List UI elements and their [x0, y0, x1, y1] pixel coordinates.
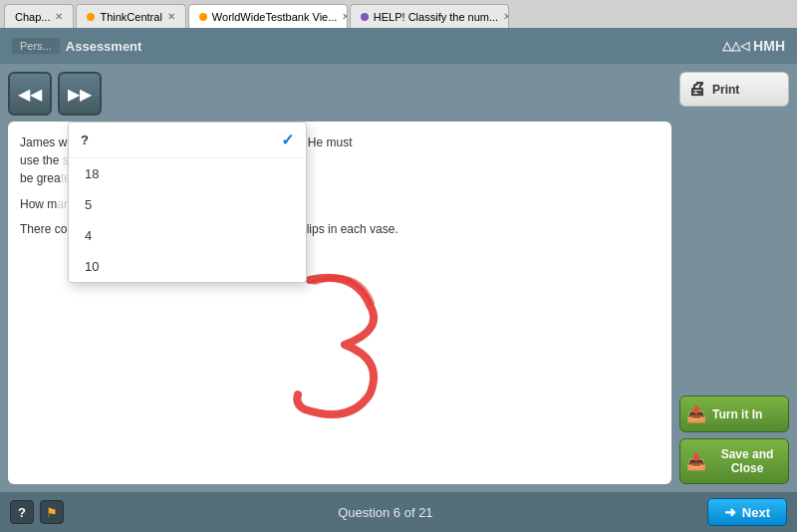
next-arrow-icon: ➜	[724, 504, 736, 520]
save-close-icon: 📥	[686, 452, 706, 471]
print-icon: 🖨	[688, 79, 706, 100]
how-many-label: How m	[20, 197, 57, 211]
hmh-text: HMH	[753, 38, 785, 54]
top-bar-left: Pers... Assessment	[12, 38, 714, 54]
tab-close-thinkcentral[interactable]: ✕	[167, 11, 175, 22]
top-bar: Pers... Assessment △△◁ HMH	[0, 28, 797, 64]
dropdown-item-18[interactable]: 18	[69, 158, 306, 189]
question-counter: Question 6 of 21	[70, 505, 701, 520]
persona-label: Pers...	[12, 38, 60, 54]
dropdown-item-4[interactable]: 4	[69, 220, 306, 251]
save-close-label: Save and Close	[712, 447, 782, 475]
dropdown-check: ✓	[281, 131, 294, 149]
question-text-part1: James w	[20, 135, 67, 149]
hmh-logo: △△◁ HMH	[722, 38, 785, 54]
tab-chap[interactable]: Chap... ✕	[4, 4, 74, 28]
flag-button[interactable]: ⚑	[40, 500, 64, 524]
flag-icon: ⚑	[46, 505, 58, 520]
tab-worldwidetestbank-label: WorldWideTestbank Vie...	[212, 11, 338, 23]
print-label: Print	[712, 83, 739, 97]
left-panel: ◀◀ ▶▶ ? ✓ 18 5 4 10 James wants to a	[8, 72, 671, 484]
dropdown-header: ? ✓	[69, 123, 306, 158]
tab-dot-help	[361, 13, 369, 21]
browser-tabs: Chap... ✕ ThinkCentral ✕ WorldWideTestba…	[0, 0, 797, 28]
dropdown-item-10[interactable]: 10	[69, 251, 306, 282]
prev-nav-button[interactable]: ◀◀	[8, 72, 52, 116]
content-area: ◀◀ ▶▶ ? ✓ 18 5 4 10 James wants to a	[0, 64, 797, 492]
tab-dot-thinkcentral	[87, 13, 95, 21]
dropdown-overlay[interactable]: ? ✓ 18 5 4 10	[68, 122, 307, 283]
tab-thinkcentral-label: ThinkCentral	[100, 11, 161, 23]
app-container: Pers... Assessment △△◁ HMH ◀◀ ▶▶ ? ✓	[0, 28, 797, 532]
help-label: ?	[18, 505, 26, 520]
question-text-part3: use the	[20, 153, 59, 167]
tab-chap-label: Chap...	[15, 11, 50, 23]
question-box: ? ✓ 18 5 4 10 James wants to arrange tul…	[8, 122, 671, 484]
help-button[interactable]: ?	[10, 500, 34, 524]
spacer	[679, 113, 789, 390]
assessment-label: Assessment	[66, 39, 142, 54]
triangle-icon: △△◁	[722, 39, 749, 53]
right-panel: 🖨 Print 📤 Turn it In 📥 Save and Close	[679, 72, 789, 484]
tab-help[interactable]: HELP! Classify the num... ✕	[350, 4, 509, 28]
turn-in-label: Turn it In	[712, 407, 762, 421]
bottom-bar: ? ⚑ Question 6 of 21 ➜ Next	[0, 492, 797, 532]
dropdown-header-text: ?	[81, 133, 89, 147]
dropdown-item-5[interactable]: 5	[69, 189, 306, 220]
nav-buttons: ◀◀ ▶▶	[8, 72, 671, 116]
tab-close-chap[interactable]: ✕	[55, 11, 63, 22]
interactive-suffix: tulips in each vase.	[297, 222, 398, 236]
tab-close-help[interactable]: ✕	[503, 11, 509, 22]
question-text-part5: be grea	[20, 171, 61, 185]
print-button[interactable]: 🖨 Print	[679, 72, 789, 107]
tab-thinkcentral[interactable]: ThinkCentral ✕	[76, 4, 185, 28]
next-label: Next	[742, 505, 770, 520]
turn-in-icon: 📤	[686, 404, 706, 423]
tab-dot-worldwidetestbank	[199, 13, 207, 21]
tab-help-label: HELP! Classify the num...	[374, 11, 498, 23]
tab-worldwidetestbank[interactable]: WorldWideTestbank Vie... ✕	[188, 4, 348, 28]
tab-close-worldwidetestbank[interactable]: ✕	[342, 11, 347, 22]
save-and-close-button[interactable]: 📥 Save and Close	[679, 438, 789, 484]
next-button[interactable]: ➜ Next	[707, 498, 787, 526]
next-nav-button[interactable]: ▶▶	[58, 72, 102, 116]
turn-it-in-button[interactable]: 📤 Turn it In	[679, 396, 789, 432]
